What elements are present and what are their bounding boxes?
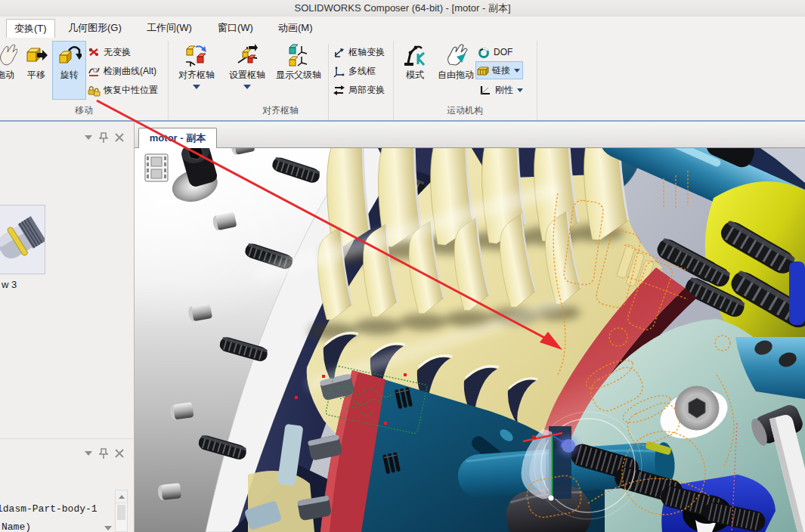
view-thumbnail[interactable] <box>0 205 45 274</box>
pan-icon <box>24 43 48 67</box>
detect-curve-button[interactable]: 检测曲线(Alt) <box>88 63 156 79</box>
no-transform-label: 无变换 <box>104 46 131 59</box>
rotate-icon <box>57 43 82 67</box>
tree-expander-icon[interactable] <box>104 526 112 532</box>
link-dropdown-icon[interactable] <box>514 69 520 76</box>
window-title: SOLIDWORKS Composer (64-bit) - [motor - … <box>0 0 805 17</box>
mode-button[interactable]: 模式 <box>399 42 431 99</box>
document-tab-strip: motor - 副本 <box>135 122 805 148</box>
align-pivot-button[interactable]: 对齐枢轴 <box>172 42 221 99</box>
silver-hex-bolt <box>675 386 719 430</box>
free-drag-label: 自由拖动 <box>438 69 474 82</box>
show-parent-axes-label: 显示父级轴 <box>276 69 321 82</box>
restore-neutral-lock-icon <box>88 84 101 97</box>
pin-icon[interactable] <box>99 448 108 459</box>
document-tab-motor[interactable]: motor - 副本 <box>138 128 217 148</box>
panel-scrollbar[interactable] <box>115 490 128 532</box>
mode-label: 模式 <box>406 69 424 82</box>
blue-strip <box>789 261 805 325</box>
tab-geometry[interactable]: 几何图形(G) <box>60 19 129 37</box>
scrollbar-thumb[interactable] <box>117 505 125 520</box>
align-pivot-label: 对齐枢轴 <box>178 69 215 82</box>
tree-item-part-body[interactable]: ldasm-Part-body-1 <box>0 503 98 515</box>
show-parent-axes-button[interactable]: 显示父级轴 <box>272 42 325 99</box>
drag-label: 拖动 <box>0 69 14 82</box>
set-pivot-dropdown-icon[interactable] <box>243 85 251 93</box>
link-label: 链接 <box>492 64 510 77</box>
no-transform-icon <box>88 46 101 59</box>
local-transform-button[interactable]: 局部变换 <box>333 82 385 98</box>
drag-hand-icon <box>0 43 17 67</box>
detect-curve-label: 检测曲线(Alt) <box>104 65 156 78</box>
ribbon-separator <box>537 41 537 120</box>
align-pivot-icon <box>184 43 209 67</box>
rotate-label: 旋转 <box>60 69 79 82</box>
menu-tab-bar: 变换(T) 几何图形(G) 工作间(W) 窗口(W) 动画(M) <box>0 17 805 38</box>
rigid-button[interactable]: 刚性 <box>479 82 523 98</box>
scrollbar-up-icon[interactable] <box>116 490 127 503</box>
pan-button[interactable]: 平移 <box>20 42 53 99</box>
pivot-group-label: 对齐枢轴 <box>168 104 393 117</box>
tab-workshop[interactable]: 工作间(W) <box>139 19 200 37</box>
close-icon[interactable] <box>115 133 124 142</box>
view-thumbnail-label[interactable]: w 3 <box>2 279 17 290</box>
multi-wireframe-icon <box>333 65 345 78</box>
close-icon[interactable] <box>115 449 124 458</box>
mode-robot-icon <box>403 43 427 67</box>
restore-neutral-label: 恢复中性位置 <box>104 84 158 97</box>
pivot-transform-button[interactable]: 枢轴变换 <box>333 44 385 60</box>
move-group-label: 移动 <box>0 104 168 117</box>
no-transform-button[interactable]: 无变换 <box>88 44 131 60</box>
ribbon: 拖动 平移 旋转 无变换 <box>0 38 805 120</box>
align-pivot-dropdown-icon[interactable] <box>193 85 200 93</box>
local-transform-icon <box>333 84 345 97</box>
panel-menu-icon[interactable] <box>85 451 92 459</box>
link-icon <box>476 64 489 77</box>
dof-button[interactable]: DOF <box>478 44 512 60</box>
dof-icon <box>478 46 491 59</box>
panel-separator <box>0 438 134 439</box>
pin-icon[interactable] <box>99 132 108 144</box>
multi-wireframe-label: 多线框 <box>348 65 376 78</box>
rigid-label: 刚性 <box>495 84 513 97</box>
restore-neutral-button[interactable]: 恢复中性位置 <box>88 82 158 98</box>
rotate-button[interactable]: 旋转 <box>53 42 85 99</box>
dof-label: DOF <box>494 47 512 57</box>
pan-label: 平移 <box>27 69 45 82</box>
panel-menu-icon[interactable] <box>85 135 92 144</box>
free-drag-button[interactable]: 自由拖动 <box>432 42 479 99</box>
local-transform-label: 局部变换 <box>348 84 385 97</box>
panel-toolbar-top <box>85 132 124 143</box>
film-icon[interactable] <box>145 154 168 181</box>
free-drag-hand-icon <box>444 43 468 67</box>
set-pivot-icon <box>235 43 259 67</box>
set-pivot-label: 设置枢轴 <box>229 69 265 82</box>
rigid-icon <box>479 84 492 97</box>
kinematics-group-label: 运动机构 <box>393 104 537 117</box>
pivot-transform-icon <box>333 46 345 59</box>
left-panel: w 3 ldasm-Part-body-1 Name) <box>0 122 135 532</box>
tab-animation[interactable]: 动画(M) <box>271 19 320 37</box>
viewport-3d[interactable] <box>135 148 805 532</box>
rigid-dropdown-icon[interactable] <box>517 88 523 95</box>
tab-window[interactable]: 窗口(W) <box>210 19 261 37</box>
multi-wireframe-button[interactable]: 多线框 <box>333 63 376 79</box>
motor-3d-scene <box>135 148 805 532</box>
set-pivot-button[interactable]: 设置枢轴 <box>224 42 271 99</box>
detect-curve-icon <box>88 65 101 78</box>
show-parent-axes-icon <box>286 43 311 67</box>
pivot-transform-label: 枢轴变换 <box>348 46 385 59</box>
manipulator-sphere <box>562 439 575 453</box>
panel-toolbar-bottom <box>85 448 124 459</box>
tree-item-name[interactable]: Name) <box>2 521 31 532</box>
tab-transform[interactable]: 变换(T) <box>6 19 55 39</box>
link-button[interactable]: 链接 <box>476 62 522 79</box>
